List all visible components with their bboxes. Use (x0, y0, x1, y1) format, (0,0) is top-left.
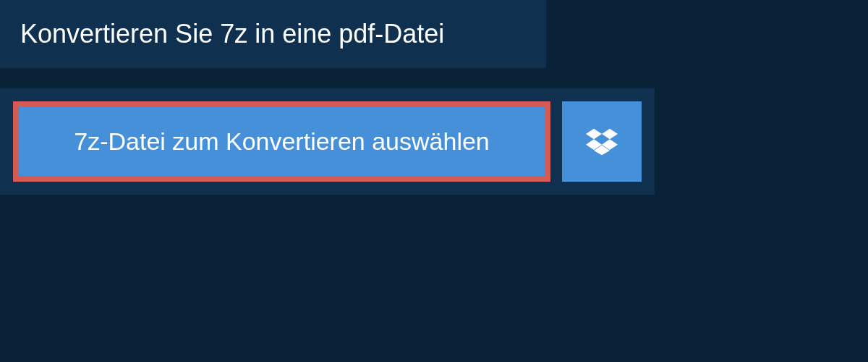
dropbox-button[interactable] (562, 101, 642, 182)
select-file-button[interactable]: 7z-Datei zum Konvertieren auswählen (13, 101, 550, 182)
upload-panel: 7z-Datei zum Konvertieren auswählen (0, 88, 655, 195)
dropbox-icon (586, 126, 618, 158)
select-file-label: 7z-Datei zum Konvertieren auswählen (74, 127, 490, 156)
header-bar: Konvertieren Sie 7z in eine pdf-Datei (0, 0, 546, 68)
page-title: Konvertieren Sie 7z in eine pdf-Datei (20, 19, 526, 49)
